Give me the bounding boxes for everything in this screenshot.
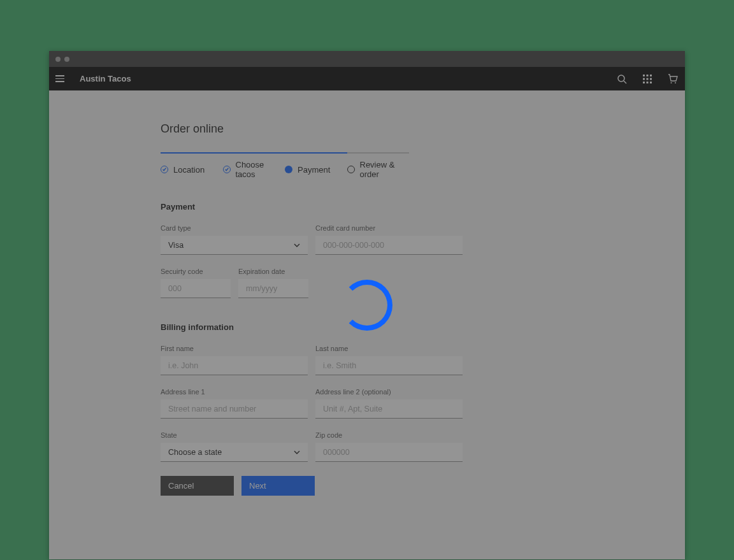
zip-input[interactable] [315,443,463,462]
svg-rect-7 [650,78,652,80]
card-number-label: Credit card number [315,224,463,232]
last-name-input[interactable] [315,356,463,375]
window-dot[interactable] [55,57,61,62]
svg-rect-4 [650,75,652,76]
billing-section-title: Billing information [161,322,463,332]
step-label: Review & order [360,160,410,179]
chevron-down-icon [294,243,300,247]
address2-label: Address line 2 (optional) [315,388,463,396]
address1-label: Address line 1 [161,388,308,396]
svg-point-0 [618,75,624,82]
card-type-select[interactable]: Visa [161,236,308,255]
svg-rect-8 [643,82,645,83]
current-step-icon [285,166,292,173]
checkmark-icon [223,166,231,173]
security-code-label: Secuirty code [161,268,231,275]
app-header: Austin Tacos [49,67,685,90]
first-name-input[interactable] [161,356,308,375]
next-button[interactable]: Next [241,476,315,496]
step-label: Payment [298,165,330,175]
first-name-label: First name [161,345,308,352]
step-location[interactable]: Location [161,152,223,179]
step-choose-tacos[interactable]: Choose tacos [223,152,285,179]
svg-rect-6 [647,78,649,80]
expiry-input[interactable] [238,279,308,298]
address1-input[interactable] [161,399,308,419]
state-select[interactable]: Choose a state [161,443,308,462]
progress-steps: Location Choose tacos Payment Review & o… [161,151,409,179]
page-title: Order online [161,122,463,136]
cancel-button[interactable]: Cancel [161,476,234,496]
zip-label: Zip code [315,431,463,439]
card-number-input[interactable] [315,236,463,255]
card-type-value: Visa [168,241,184,250]
security-code-input[interactable] [161,279,231,298]
address2-input[interactable] [315,399,463,419]
step-payment[interactable]: Payment [285,152,347,179]
svg-rect-9 [647,82,649,83]
future-step-icon [347,166,355,173]
state-value: Choose a state [168,448,222,457]
expiry-label: Expiration date [238,268,308,275]
checkmark-icon [161,166,168,173]
step-review-order[interactable]: Review & order [347,152,410,179]
step-label: Location [173,165,205,175]
window-dot[interactable] [64,57,69,62]
app-window: Austin Tacos [49,51,685,559]
last-name-label: Last name [315,345,463,352]
svg-point-11 [671,82,672,83]
svg-rect-3 [647,75,649,76]
window-titlebar [49,51,685,67]
cart-icon[interactable] [667,73,679,85]
payment-section-title: Payment [161,202,463,212]
svg-line-1 [624,81,626,83]
search-icon[interactable] [616,73,628,85]
svg-point-12 [675,82,676,83]
brand-title: Austin Tacos [80,74,131,83]
page-content: Order online Location Choose tacos P [49,90,685,559]
svg-rect-2 [643,75,645,76]
step-label: Choose tacos [236,160,285,179]
chevron-down-icon [294,450,300,454]
svg-rect-5 [643,78,645,80]
menu-icon[interactable] [55,73,68,85]
svg-rect-10 [650,82,652,83]
card-type-label: Card type [161,224,308,232]
apps-icon[interactable] [642,73,653,85]
state-label: State [161,431,308,439]
